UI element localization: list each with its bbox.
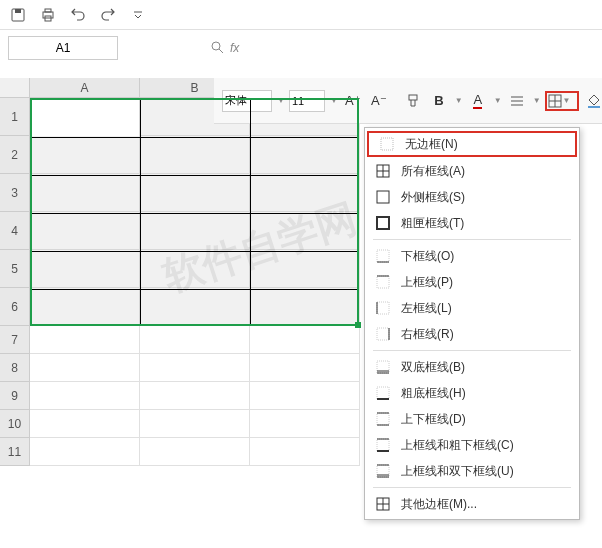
menu-label: 外侧框线(S) [401, 189, 465, 206]
fx-label[interactable]: fx [230, 41, 239, 55]
top-double-bottom-icon [375, 463, 391, 479]
svg-rect-3 [45, 9, 51, 12]
menu-item-no-border[interactable]: 无边框(N) [367, 131, 577, 157]
cell[interactable] [250, 174, 360, 212]
row-header[interactable]: 1 [0, 98, 30, 136]
font-size-select[interactable] [289, 90, 325, 112]
menu-item-outside-borders[interactable]: 外侧框线(S) [365, 184, 579, 210]
chevron-down-icon[interactable]: ▼ [330, 96, 338, 105]
menu-item-top-bottom[interactable]: 上下框线(D) [365, 406, 579, 432]
svg-line-6 [219, 49, 223, 53]
chevron-down-icon[interactable]: ▼ [277, 96, 285, 105]
chevron-down-icon[interactable]: ▼ [533, 96, 541, 105]
menu-item-right-border[interactable]: 右框线(R) [365, 321, 579, 347]
menu-item-bottom-border[interactable]: 下框线(O) [365, 243, 579, 269]
menu-item-all-borders[interactable]: 所有框线(A) [365, 158, 579, 184]
menu-item-left-border[interactable]: 左框线(L) [365, 295, 579, 321]
row-header[interactable]: 9 [0, 382, 30, 410]
cell[interactable] [30, 250, 140, 288]
cell[interactable] [140, 354, 250, 382]
menu-item-thick-box[interactable]: 粗匣框线(T) [365, 210, 579, 236]
top-thick-bottom-icon [375, 437, 391, 453]
format-brush-icon[interactable] [402, 90, 424, 112]
cell[interactable] [140, 438, 250, 466]
cell[interactable] [140, 250, 250, 288]
fill-color-button[interactable] [583, 90, 602, 112]
border-dropdown-menu: 无边框(N) 所有框线(A) 外侧框线(S) 粗匣框线(T) 下框线(O) 上框… [364, 127, 580, 520]
cell[interactable] [250, 136, 360, 174]
menu-item-top-double-bottom[interactable]: 上框线和双下框线(U) [365, 458, 579, 484]
menu-separator [373, 239, 571, 240]
menu-label: 右框线(R) [401, 326, 454, 343]
chevron-down-icon[interactable]: ▼ [563, 96, 571, 105]
cell[interactable] [140, 174, 250, 212]
cell[interactable] [250, 410, 360, 438]
cell[interactable] [140, 326, 250, 354]
save-icon[interactable] [8, 5, 28, 25]
undo-icon[interactable] [68, 5, 88, 25]
cell[interactable] [140, 136, 250, 174]
cell[interactable] [250, 212, 360, 250]
row-header[interactable]: 6 [0, 288, 30, 326]
cell[interactable] [30, 212, 140, 250]
left-border-icon [375, 300, 391, 316]
select-all-corner[interactable] [0, 78, 30, 98]
svg-rect-16 [381, 138, 393, 150]
cell[interactable] [30, 174, 140, 212]
cell[interactable] [250, 354, 360, 382]
no-border-icon [379, 136, 395, 152]
cell[interactable] [140, 382, 250, 410]
cell[interactable] [250, 288, 360, 326]
increase-font-icon[interactable]: A⁺ [342, 90, 364, 112]
border-button-highlighted[interactable]: ▼ [545, 91, 579, 111]
row-header[interactable]: 8 [0, 354, 30, 382]
col-header-A[interactable]: A [30, 78, 140, 98]
menu-item-top-thick-bottom[interactable]: 上框线和粗下框线(C) [365, 432, 579, 458]
chevron-down-icon[interactable]: ▼ [455, 96, 463, 105]
cell[interactable] [30, 98, 140, 136]
row-header[interactable]: 2 [0, 136, 30, 174]
svg-rect-20 [377, 191, 389, 203]
cell[interactable] [250, 438, 360, 466]
menu-label: 上下框线(D) [401, 411, 466, 428]
font-name-select[interactable] [222, 90, 272, 112]
cell[interactable] [30, 410, 140, 438]
chevron-down-icon[interactable]: ▼ [494, 96, 502, 105]
cell[interactable] [250, 326, 360, 354]
name-box[interactable]: A1 [8, 36, 118, 60]
cell[interactable] [30, 438, 140, 466]
row-header[interactable]: 7 [0, 326, 30, 354]
cell[interactable] [30, 288, 140, 326]
cell[interactable] [140, 410, 250, 438]
row-header[interactable]: 10 [0, 410, 30, 438]
font-color-button[interactable]: A [467, 90, 489, 112]
cell[interactable] [30, 326, 140, 354]
bold-button[interactable]: B [428, 90, 450, 112]
cell[interactable] [30, 354, 140, 382]
menu-item-more-borders[interactable]: 其他边框(M)... [365, 491, 579, 517]
align-button[interactable] [506, 90, 528, 112]
cell[interactable] [140, 288, 250, 326]
row-header[interactable]: 11 [0, 438, 30, 466]
cell[interactable] [140, 212, 250, 250]
menu-item-thick-bottom[interactable]: 粗底框线(H) [365, 380, 579, 406]
menu-item-top-border[interactable]: 上框线(P) [365, 269, 579, 295]
cell[interactable] [30, 382, 140, 410]
top-border-icon [375, 274, 391, 290]
top-bottom-icon [375, 411, 391, 427]
row-header[interactable]: 5 [0, 250, 30, 288]
print-icon[interactable] [38, 5, 58, 25]
search-icon[interactable] [210, 40, 224, 57]
customize-dropdown-icon[interactable] [128, 5, 148, 25]
cell[interactable] [250, 250, 360, 288]
row-header[interactable]: 4 [0, 212, 30, 250]
menu-separator [373, 487, 571, 488]
cell[interactable] [250, 382, 360, 410]
menu-label: 所有框线(A) [401, 163, 465, 180]
row-header[interactable]: 3 [0, 174, 30, 212]
menu-item-double-bottom[interactable]: 双底框线(B) [365, 354, 579, 380]
thick-box-icon [375, 215, 391, 231]
redo-icon[interactable] [98, 5, 118, 25]
cell[interactable] [30, 136, 140, 174]
decrease-font-icon[interactable]: A⁻ [368, 90, 390, 112]
